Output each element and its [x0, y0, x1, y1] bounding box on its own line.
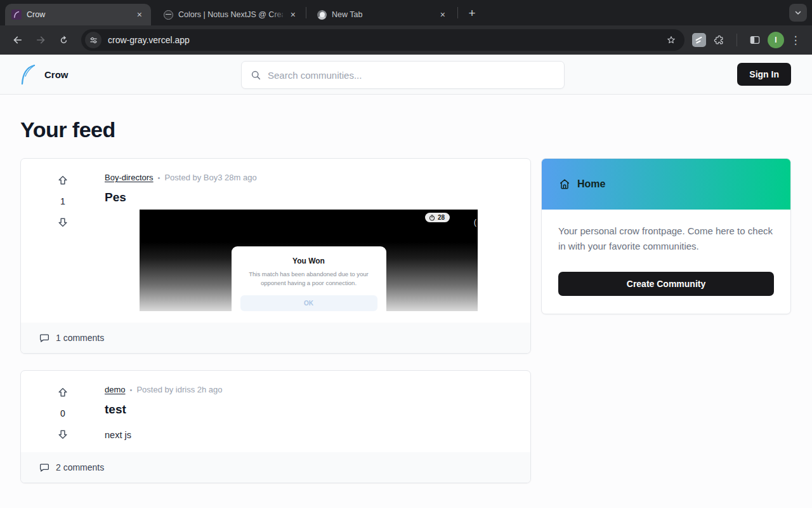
browser-tab-strip: Crow × Colors | Notus NextJS @ Crea × Ne…: [0, 0, 812, 25]
forward-arrow-icon: [34, 34, 47, 46]
tab-close-icon[interactable]: ×: [288, 9, 298, 20]
crow-logo-icon: [20, 64, 36, 85]
browser-toolbar: crow-gray.vercel.app I ⋮: [0, 25, 812, 55]
vote-count: 1: [60, 196, 65, 206]
search-input[interactable]: [268, 70, 555, 81]
side-panel-icon: [749, 34, 761, 46]
post-body-text: next js: [105, 430, 513, 440]
community-link[interactable]: Boy-directors: [105, 173, 154, 182]
downvote-button[interactable]: [56, 428, 69, 441]
search-icon: [251, 70, 261, 81]
tune-icon: [89, 36, 98, 44]
main-content: Your feed 1 B: [0, 95, 812, 483]
upvote-button[interactable]: [56, 386, 69, 399]
community-link[interactable]: demo: [105, 385, 126, 394]
clock-icon: [429, 215, 435, 221]
downvote-arrow-icon: [56, 216, 69, 229]
reload-icon: [58, 34, 70, 46]
timer-value: 28: [438, 214, 445, 221]
tab-close-icon[interactable]: ×: [134, 9, 145, 20]
new-tab-button[interactable]: +: [464, 5, 480, 22]
game-ui-fragment: (: [474, 217, 476, 227]
post-title[interactable]: Pes: [105, 190, 513, 204]
star-icon: [665, 34, 677, 46]
post-meta: Posted by idriss 2h ago: [136, 385, 222, 394]
sign-in-button[interactable]: Sign In: [737, 63, 791, 86]
post-feed: 1 Boy-directors • Posted by Boy3 28m ago…: [20, 158, 531, 483]
sidebar-header: Home: [542, 159, 790, 210]
bookmark-star-button[interactable]: [665, 34, 677, 46]
meta-bullet: •: [130, 386, 133, 394]
profile-avatar[interactable]: I: [768, 32, 784, 48]
tab-colors-notus[interactable]: Colors | Notus NextJS @ Crea ×: [157, 4, 304, 25]
toolbar-separator: [737, 34, 737, 46]
tab-search-chevron-button[interactable]: [789, 4, 807, 22]
tab-close-icon[interactable]: ×: [438, 9, 448, 20]
chevron-down-icon: [794, 9, 802, 17]
chromium-favicon-icon: [317, 10, 327, 20]
post-meta: Posted by Boy3 28m ago: [164, 173, 256, 182]
extensions-button[interactable]: [709, 30, 729, 50]
vote-column: 1: [39, 173, 87, 311]
upvote-arrow-icon: [56, 174, 69, 187]
puzzle-icon: [712, 34, 725, 46]
home-icon: [558, 178, 571, 190]
crow-favicon-icon: [11, 10, 22, 20]
game-modal-title: You Won: [240, 257, 377, 265]
address-bar[interactable]: crow-gray.vercel.app: [81, 29, 684, 51]
tab-new-tab[interactable]: New Tab ×: [311, 4, 454, 25]
side-panel-button[interactable]: [745, 30, 765, 50]
brand-name[interactable]: Crow: [44, 69, 69, 80]
screenshot-extension-button[interactable]: [692, 33, 706, 47]
timer-badge: 28: [425, 213, 450, 222]
game-modal: You Won This match has been abandoned du…: [232, 246, 386, 311]
notus-favicon-icon: [164, 10, 173, 20]
back-button[interactable]: [8, 30, 28, 50]
comments-count: 1 comments: [56, 333, 104, 343]
browser-menu-button[interactable]: ⋮: [787, 34, 804, 47]
tab-title: Crow: [27, 10, 129, 19]
forward-button[interactable]: [30, 30, 51, 50]
vote-count: 0: [60, 408, 65, 418]
home-sidebar-card: Home Your personal crow frontpage. Come …: [541, 158, 791, 314]
meta-bullet: •: [158, 174, 160, 182]
create-community-button[interactable]: Create Community: [558, 272, 774, 296]
comments-link[interactable]: 2 comments: [21, 452, 530, 483]
url-text[interactable]: crow-gray.vercel.app: [108, 35, 665, 45]
tab-title: Colors | Notus NextJS @ Crea: [178, 10, 283, 19]
vote-column: 0: [39, 385, 87, 441]
brand[interactable]: Crow: [20, 64, 69, 85]
game-modal-ok-button: OK: [240, 295, 377, 311]
tab-separator: [457, 7, 458, 18]
page-title: Your feed: [20, 117, 792, 142]
post-title[interactable]: test: [105, 403, 513, 417]
comments-link[interactable]: 1 comments: [21, 323, 530, 353]
sidebar-description: Your personal crow frontpage. Come here …: [558, 224, 774, 254]
reload-button[interactable]: [53, 30, 74, 50]
post-card: 0 demo • Posted by idriss 2h ago test ne…: [20, 370, 531, 483]
upvote-button[interactable]: [56, 174, 69, 187]
back-arrow-icon: [11, 34, 24, 46]
community-search[interactable]: [241, 61, 565, 89]
upvote-arrow-icon: [56, 386, 69, 399]
sidebar-title: Home: [577, 178, 605, 190]
tab-separator: [306, 7, 306, 18]
post-image[interactable]: 28 ( You Won This match has been abandon…: [140, 210, 478, 311]
post-card: 1 Boy-directors • Posted by Boy3 28m ago…: [20, 158, 531, 354]
site-info-button[interactable]: [85, 32, 102, 48]
tab-title: New Tab: [332, 10, 433, 19]
game-modal-body: This match has been abandoned due to you…: [240, 270, 377, 288]
comment-bubble-icon: [39, 462, 50, 473]
comments-count: 2 comments: [56, 462, 104, 472]
site-header: Crow Sign In: [0, 55, 812, 95]
comment-bubble-icon: [39, 332, 50, 344]
tab-crow[interactable]: Crow ×: [5, 4, 151, 25]
downvote-button[interactable]: [56, 216, 69, 229]
downvote-arrow-icon: [56, 428, 69, 441]
